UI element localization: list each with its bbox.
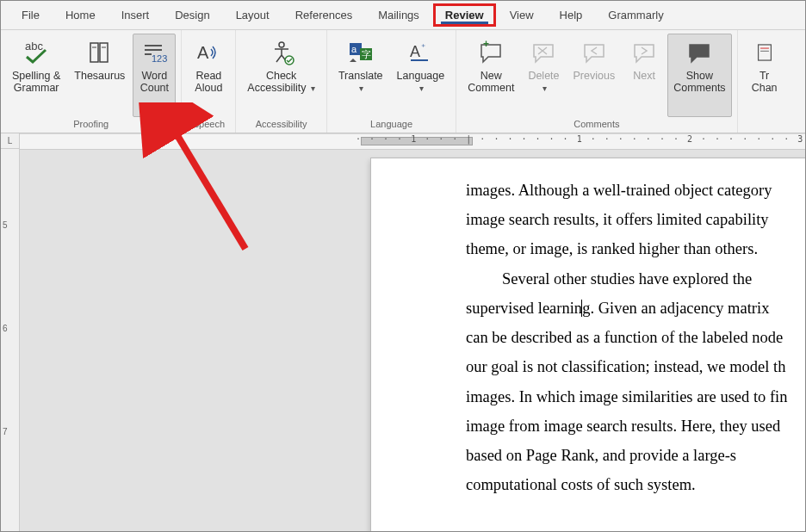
- track-changes-label-partial: Tr Chan: [752, 70, 778, 95]
- tab-help[interactable]: Help: [548, 3, 595, 27]
- group-proofing: abc Spelling & Grammar Thesaurus: [1, 30, 182, 133]
- translate-button[interactable]: a 字 Translate▾: [332, 34, 389, 117]
- language-button[interactable]: A ⁺ Language▾: [391, 34, 451, 117]
- svg-point-10: [279, 42, 284, 47]
- chevron-down-icon: ▾: [359, 84, 363, 93]
- svg-text:⁺: ⁺: [421, 42, 425, 52]
- doc-paragraph-1[interactable]: images. Although a well-trained object c…: [466, 176, 806, 264]
- vruler-tick-7: 7: [3, 427, 8, 436]
- tab-review[interactable]: Review: [433, 3, 496, 27]
- previous-comment-button: Previous: [567, 34, 622, 117]
- ribbon-tabs: File Home Insert Design Layout Reference…: [1, 1, 805, 30]
- spelling-grammar-button[interactable]: abc Spelling & Grammar: [6, 34, 66, 117]
- tab-view[interactable]: View: [498, 3, 546, 27]
- tab-grammarly[interactable]: Grammarly: [596, 3, 675, 27]
- spelling-label: Spelling & Grammar: [12, 70, 60, 95]
- group-speech: A Read Aloud Speech: [182, 30, 236, 133]
- group-tracking-partial: Tr Chan: [738, 30, 791, 133]
- svg-text:A: A: [197, 43, 209, 62]
- translate-icon: a 字: [346, 38, 375, 67]
- check-accessibility-label: Check Accessibility ▾: [247, 70, 315, 95]
- svg-text:123: 123: [152, 53, 167, 64]
- group-comments: + New Comment Delete▾: [456, 30, 737, 133]
- tab-home[interactable]: Home: [53, 3, 108, 27]
- tab-insert[interactable]: Insert: [109, 3, 162, 27]
- document-area: 5 6 7 · · · · 1 · · · | · · · · · · · 1 …: [1, 134, 805, 531]
- vruler-tick-5: 5: [3, 220, 8, 230]
- group-comments-label: Comments: [462, 117, 731, 131]
- group-accessibility: Check Accessibility ▾ Accessibility: [236, 30, 327, 133]
- delete-comment-icon: [529, 38, 558, 67]
- thesaurus-icon: [85, 38, 115, 67]
- word-count-label: Word Count: [140, 70, 169, 95]
- group-accessibility-label: Accessibility: [241, 117, 321, 131]
- tab-references[interactable]: References: [283, 3, 364, 27]
- ruler-corner: L: [1, 133, 20, 149]
- track-changes-icon: [750, 38, 779, 67]
- show-comments-label: Show Comments: [673, 70, 725, 95]
- vertical-ruler: 5 6 7: [1, 134, 20, 531]
- spelling-icon: abc: [22, 38, 51, 67]
- doc-paragraph-2[interactable]: Several other studies have explored the …: [466, 264, 806, 500]
- svg-text:abc: abc: [25, 40, 43, 53]
- svg-rect-2: [100, 43, 108, 62]
- svg-text:a: a: [351, 44, 357, 54]
- translate-label: Translate▾: [338, 70, 383, 95]
- group-speech-label: Speech: [187, 117, 230, 131]
- check-accessibility-button[interactable]: Check Accessibility ▾: [241, 34, 321, 117]
- word-count-icon: 123: [140, 38, 169, 67]
- chevron-down-icon: ▾: [419, 84, 424, 93]
- next-comment-label: Next: [633, 70, 655, 82]
- show-comments-icon: [685, 38, 714, 67]
- previous-comment-label: Previous: [574, 70, 616, 82]
- ribbon: abc Spelling & Grammar Thesaurus: [1, 30, 805, 133]
- tab-mailings[interactable]: Mailings: [366, 3, 431, 27]
- svg-text:+: +: [483, 38, 489, 50]
- accessibility-icon: [267, 38, 296, 67]
- tab-file[interactable]: File: [9, 3, 52, 27]
- show-comments-button[interactable]: Show Comments: [667, 34, 731, 117]
- language-icon: A ⁺: [406, 38, 435, 67]
- word-count-button[interactable]: 123 Word Count: [133, 34, 176, 117]
- read-aloud-icon: A: [194, 38, 223, 67]
- next-comment-button: Next: [623, 34, 666, 117]
- new-comment-button[interactable]: + New Comment: [462, 34, 520, 117]
- svg-text:A: A: [410, 43, 420, 60]
- new-comment-label: New Comment: [468, 70, 514, 95]
- previous-comment-icon: [580, 38, 609, 67]
- svg-text:字: 字: [362, 49, 371, 59]
- svg-rect-21: [758, 45, 771, 60]
- document-page[interactable]: images. Although a well-trained object c…: [371, 158, 806, 532]
- chevron-down-icon: ▾: [542, 84, 547, 93]
- read-aloud-label: Read Aloud: [195, 70, 222, 95]
- new-comment-icon: +: [476, 38, 505, 67]
- tab-design[interactable]: Design: [163, 3, 221, 27]
- delete-comment-button: Delete▾: [522, 34, 565, 117]
- svg-rect-1: [90, 43, 98, 62]
- read-aloud-button[interactable]: A Read Aloud: [187, 34, 230, 117]
- group-language-label: Language: [332, 117, 450, 131]
- language-label: Language▾: [397, 70, 445, 95]
- tab-layout[interactable]: Layout: [224, 3, 282, 27]
- ruler-marks: · · · · 1 · · · | · · · · · · · 1 · · · …: [356, 134, 805, 144]
- group-proofing-label: Proofing: [6, 117, 176, 131]
- track-changes-button-partial[interactable]: Tr Chan: [743, 34, 786, 117]
- chevron-down-icon: ▾: [311, 84, 315, 93]
- horizontal-ruler: · · · · 1 · · · | · · · · · · · 1 · · · …: [20, 134, 805, 150]
- delete-comment-label: Delete▾: [528, 70, 559, 95]
- thesaurus-label: Thesaurus: [74, 70, 125, 82]
- next-comment-icon: [629, 38, 659, 67]
- thesaurus-button[interactable]: Thesaurus: [68, 34, 131, 117]
- vruler-tick-6: 6: [3, 324, 8, 333]
- group-language: a 字 Translate▾ A ⁺ Language▾: [327, 30, 456, 133]
